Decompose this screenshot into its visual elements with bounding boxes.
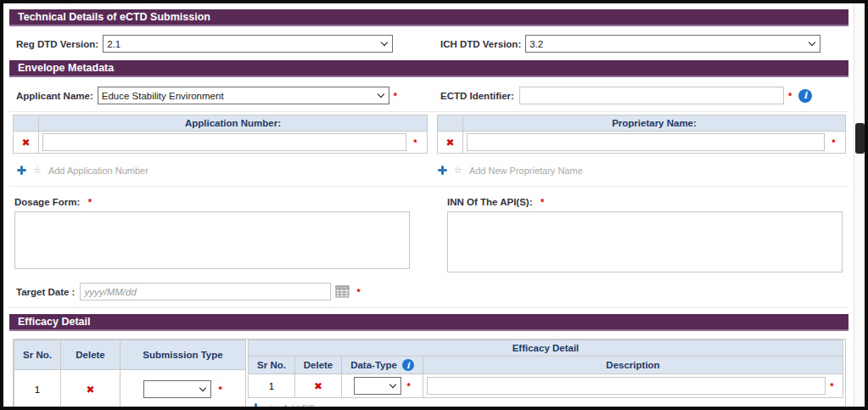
reg-dtd-version-select-wrap: 2.1 [103, 35, 393, 53]
add-links-row: ☆ Add Application Number ☆ Add New Propr… [17, 163, 848, 178]
add-new-proprietary-name-link[interactable]: ☆ Add New Proprietary Name [438, 166, 583, 176]
delete-header: Delete [61, 340, 120, 370]
dosage-form-field: Dosage Form: * [14, 194, 410, 276]
data-type-header-label: Data-Type [350, 360, 397, 370]
inn-api-label: INN Of The API(S): [447, 197, 533, 207]
applicant-name-field: Applicant Name: Educe Stability Environm… [16, 87, 440, 104]
required-marker: * [830, 381, 833, 391]
section-header-efficacy-detail: Efficacy Detail [9, 314, 848, 331]
submission-type-header: Submission Type [120, 340, 246, 370]
required-marker: * [88, 197, 92, 207]
applicant-ectd-row: Applicant Name: Educe Stability Environm… [16, 87, 848, 104]
dosage-form-label: Dosage Form: [14, 197, 80, 207]
applicant-name-select[interactable]: Educe Stability Environment [98, 88, 389, 104]
target-date-field: Target Date : * [16, 283, 848, 300]
add-icon [251, 403, 260, 407]
submission-type-table: Sr No. Delete Submission Type 1 ✖ * [14, 340, 246, 407]
table-row: ✖ * [14, 132, 428, 154]
submission-type-select[interactable] [144, 381, 210, 397]
ectd-identifier-input[interactable] [519, 87, 784, 104]
sr-no-cell: 1 [249, 374, 295, 398]
dtd-version-row: Reg DTD Version: 2.1 ICH DTD Version: 3.… [16, 35, 848, 53]
add-application-number-link[interactable]: ☆ Add Application Number [17, 166, 148, 176]
info-icon[interactable]: i [798, 89, 812, 103]
ich-dtd-version-select-wrap: 3.2 [525, 35, 820, 53]
description-input[interactable] [427, 377, 826, 395]
efficacy-detail-table: Efficacy Detail Sr No. Delete Data-Type … [248, 340, 843, 398]
required-marker: * [394, 91, 397, 101]
inn-api-field: INN Of The API(S): * [447, 194, 843, 276]
submission-type-select-wrap [143, 380, 211, 398]
ectd-identifier-label: ECTD Identifier: [440, 91, 514, 101]
data-type-select-wrap [354, 377, 401, 395]
add-efficacy-label: Add Efficacy [283, 403, 334, 407]
scrollbar-track[interactable] [854, 3, 865, 407]
section-header-technical-details: Technical Details of eCTD Submission [9, 9, 848, 26]
required-marker: * [356, 287, 360, 297]
scrollbar-thumb[interactable] [855, 123, 865, 154]
ich-dtd-version-select[interactable]: 3.2 [526, 37, 820, 53]
table-row: 1 ✖ * [14, 369, 246, 407]
proprietary-name-input[interactable] [467, 133, 825, 151]
star-icon: ☆ [267, 403, 276, 407]
empty-header-cell [438, 115, 463, 132]
dosage-form-textarea[interactable] [14, 211, 410, 269]
add-application-number-label: Add Application Number [48, 166, 148, 176]
sr-no-header: Sr No. [249, 357, 295, 374]
application-number-input[interactable] [42, 133, 406, 151]
empty-header-cell [14, 115, 39, 132]
efficacy-detail-column: Efficacy Detail Sr No. Delete Data-Type … [246, 340, 845, 407]
form-content: Technical Details of eCTD Submission Reg… [3, 3, 854, 407]
required-marker: * [832, 138, 835, 148]
app-window: Technical Details of eCTD Submission Reg… [0, 0, 868, 410]
target-date-label: Target Date : [16, 287, 75, 297]
reg-dtd-version-label: Reg DTD Version: [16, 39, 98, 49]
add-icon [17, 166, 26, 175]
data-type-select[interactable] [355, 378, 400, 394]
delete-icon[interactable]: ✖ [314, 381, 322, 391]
delete-header: Delete [295, 357, 342, 374]
delete-icon[interactable]: ✖ [445, 138, 454, 148]
required-marker: * [788, 91, 792, 101]
star-icon: ☆ [454, 166, 462, 175]
required-marker: * [406, 381, 410, 391]
target-date-input[interactable] [80, 283, 331, 300]
dosage-inn-row: Dosage Form: * INN Of The API(S): * [14, 194, 848, 276]
ectd-identifier-field: ECTD Identifier: * i [440, 87, 812, 104]
delete-icon[interactable]: ✖ [86, 385, 94, 395]
divider [9, 307, 848, 308]
proprietary-name-table: Proprietary Name: ✖ * [437, 115, 846, 154]
add-icon [438, 166, 447, 175]
inn-api-textarea[interactable] [447, 211, 843, 272]
required-marker: * [218, 385, 221, 395]
info-icon[interactable]: i [402, 359, 414, 371]
star-icon: ☆ [33, 166, 42, 175]
description-header: Description [423, 357, 843, 374]
sr-no-cell: 1 [14, 369, 61, 407]
divider [9, 111, 848, 112]
ich-dtd-version-label: ICH DTD Version: [440, 39, 521, 49]
section-header-envelope-metadata: Envelope Metadata [9, 60, 848, 77]
sr-no-header: Sr No. [14, 340, 61, 370]
proprietary-name-header: Proprietary Name: [463, 115, 846, 132]
required-marker: * [413, 138, 417, 148]
add-new-proprietary-name-label: Add New Proprietary Name [469, 166, 583, 176]
applicant-name-select-wrap: Educe Stability Environment [98, 87, 389, 104]
delete-icon[interactable]: ✖ [21, 138, 30, 148]
table-row: 1 ✖ * * [249, 374, 843, 398]
applicant-name-label: Applicant Name: [16, 91, 93, 101]
application-number-header: Application Number: [39, 115, 428, 132]
calendar-icon[interactable] [335, 285, 350, 298]
efficacy-table: Sr No. Delete Submission Type 1 ✖ * [13, 339, 846, 407]
table-row: ✖ * [438, 132, 846, 154]
ich-dtd-field: ICH DTD Version: 3.2 [440, 35, 820, 53]
efficacy-detail-table-title: Efficacy Detail [249, 340, 843, 357]
divider [9, 186, 848, 187]
reg-dtd-field: Reg DTD Version: 2.1 [16, 35, 440, 53]
required-marker: * [540, 197, 544, 207]
number-name-tables-row: Application Number: ✖ * Proprietary Name… [13, 115, 848, 154]
application-number-table: Application Number: ✖ * [13, 115, 428, 154]
add-efficacy-link[interactable]: ☆ Add Efficacy [251, 403, 334, 407]
reg-dtd-version-select[interactable]: 2.1 [104, 37, 392, 53]
data-type-header: Data-Type i [342, 357, 423, 374]
